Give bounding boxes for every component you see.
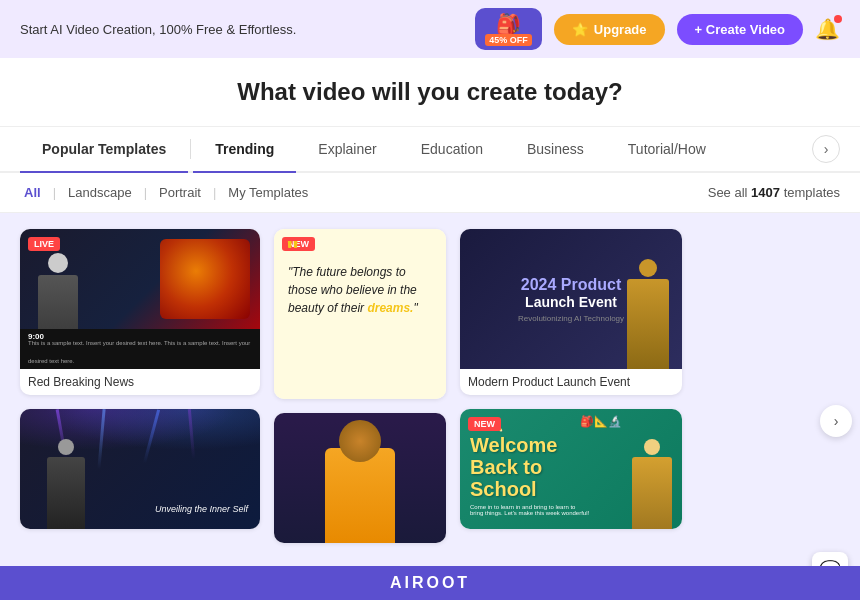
welcome-title-text: WelcomeBack toSchool xyxy=(470,434,590,500)
tab-separator-1 xyxy=(190,139,191,159)
template-count: 1407 xyxy=(751,185,780,200)
grid-column-2: NEW " "The future belongs to those who b… xyxy=(274,229,446,600)
filter-all[interactable]: All xyxy=(20,183,45,202)
product-text-block: 2024 Product Launch Event Revolutionizin… xyxy=(518,276,624,323)
tabs-bar: Popular Templates Trending Explainer Edu… xyxy=(0,127,860,173)
banner-text: Start AI Video Creation, 100% Free & Eff… xyxy=(20,22,296,37)
product-person xyxy=(622,259,674,369)
quote-decoration: " xyxy=(286,235,299,267)
template-red-breaking-news[interactable]: LIVE BREAKING NEWS This is a sample text… xyxy=(20,229,260,395)
create-label: + Create Video xyxy=(695,22,785,37)
speaker-person xyxy=(40,439,92,529)
filter-options: All | Landscape | Portrait | My Template… xyxy=(20,183,312,202)
product-desc: Revolutionizing AI Technology xyxy=(518,314,624,323)
promo-badge[interactable]: 🎒 45% OFF xyxy=(475,8,542,50)
notification-bell[interactable]: 🔔 xyxy=(815,17,840,41)
tab-tutorial[interactable]: Tutorial/How xyxy=(606,127,728,173)
tab-trending[interactable]: Trending xyxy=(193,127,296,173)
scroll-right-arrow[interactable]: › xyxy=(820,405,852,437)
fire-image xyxy=(160,239,250,319)
card-image-welcome: NEW ABC ✏️ WelcomeBack toSchool Come in … xyxy=(460,409,682,529)
character-figure xyxy=(274,413,446,543)
card-label-news: Red Breaking News xyxy=(20,369,260,395)
quote-text: "The future belongs to those who believe… xyxy=(288,263,432,317)
filter-bar: All | Landscape | Portrait | My Template… xyxy=(0,173,860,213)
news-sample-text: This is a sample text. Insert your desir… xyxy=(20,329,260,369)
template-character[interactable] xyxy=(274,413,446,543)
bottom-bar: AIROOT xyxy=(0,566,860,600)
tabs-next-arrow[interactable]: › xyxy=(812,135,840,163)
banner-right: 🎒 45% OFF ⭐ Upgrade + Create Video 🔔 xyxy=(475,8,840,50)
new-badge-welcome: NEW xyxy=(468,417,501,431)
product-title-label: Launch Event xyxy=(518,294,624,310)
upgrade-button[interactable]: ⭐ Upgrade xyxy=(554,14,665,45)
template-speaker[interactable]: Unveiling the Inner Self xyxy=(20,409,260,529)
content-area: LIVE BREAKING NEWS This is a sample text… xyxy=(0,213,860,600)
grid-column-3: 2024 Product Launch Event Revolutionizin… xyxy=(460,229,682,600)
tab-business[interactable]: Business xyxy=(505,127,606,173)
grid-column-1: LIVE BREAKING NEWS This is a sample text… xyxy=(20,229,260,600)
welcome-person xyxy=(627,439,677,529)
product-year-label: 2024 Product xyxy=(518,276,624,294)
card-image-quote: NEW " "The future belongs to those who b… xyxy=(274,229,446,399)
tab-explainer[interactable]: Explainer xyxy=(296,127,398,173)
template-welcome-school[interactable]: NEW ABC ✏️ WelcomeBack toSchool Come in … xyxy=(460,409,682,529)
quote-bg: NEW " "The future belongs to those who b… xyxy=(274,229,446,399)
product-bg: 2024 Product Launch Event Revolutionizin… xyxy=(460,229,682,369)
top-banner: Start AI Video Creation, 100% Free & Eff… xyxy=(0,0,860,58)
news-bg: LIVE BREAKING NEWS This is a sample text… xyxy=(20,229,260,369)
see-all-count[interactable]: See all 1407 templates xyxy=(708,185,840,200)
character-bg xyxy=(274,413,446,543)
promo-icon: 🎒 xyxy=(496,12,521,36)
filter-portrait[interactable]: Portrait xyxy=(155,183,205,202)
airoot-logo: AIROOT xyxy=(390,574,470,591)
filter-my-templates[interactable]: My Templates xyxy=(224,183,312,202)
school-icons: 🎒📐🔬 xyxy=(580,414,622,429)
live-badge: LIVE xyxy=(28,237,60,251)
page-header: What video will you create today? xyxy=(0,58,860,127)
promo-off-label: 45% OFF xyxy=(485,34,532,46)
tab-popular-templates[interactable]: Popular Templates xyxy=(20,127,188,173)
template-product-launch[interactable]: 2024 Product Launch Event Revolutionizin… xyxy=(460,229,682,395)
card-image-news: LIVE BREAKING NEWS This is a sample text… xyxy=(20,229,260,369)
upgrade-label: Upgrade xyxy=(594,22,647,37)
filter-landscape[interactable]: Landscape xyxy=(64,183,136,202)
welcome-bg: NEW ABC ✏️ WelcomeBack toSchool Come in … xyxy=(460,409,682,529)
page-title: What video will you create today? xyxy=(20,78,840,106)
welcome-subtitle: Come in to learn in and bring to learn t… xyxy=(470,504,590,516)
card-image-character xyxy=(274,413,446,543)
create-video-button[interactable]: + Create Video xyxy=(677,14,803,45)
card-label-product: Modern Product Launch Event xyxy=(460,369,682,395)
tab-education[interactable]: Education xyxy=(399,127,505,173)
card-image-speaker: Unveiling the Inner Self xyxy=(20,409,260,529)
upgrade-icon: ⭐ xyxy=(572,22,588,37)
speaker-title-text: Unveiling the Inner Self xyxy=(155,504,248,514)
notification-dot xyxy=(834,15,842,23)
card-image-product: 2024 Product Launch Event Revolutionizin… xyxy=(460,229,682,369)
template-quote[interactable]: NEW " "The future belongs to those who b… xyxy=(274,229,446,399)
news-time: 9:00 xyxy=(28,332,44,341)
speaker-bg: Unveiling the Inner Self xyxy=(20,409,260,529)
